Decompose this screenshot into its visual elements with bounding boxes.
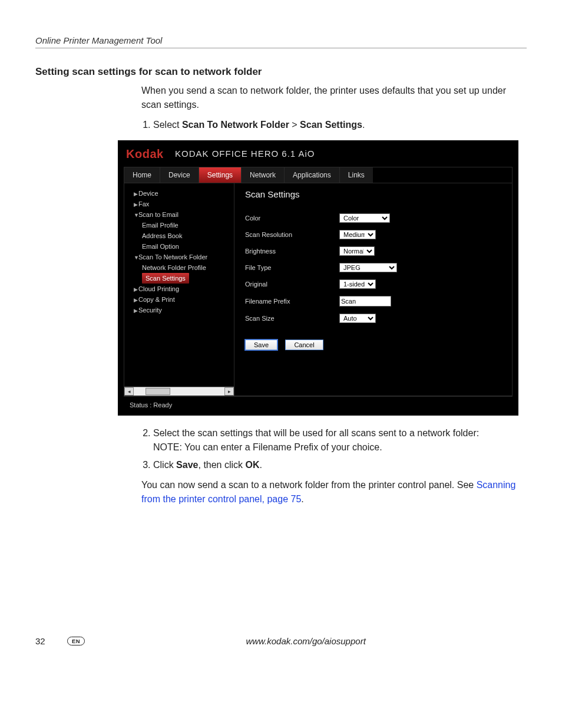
language-badge: EN <box>67 637 85 645</box>
label-prefix: Filename Prefix <box>245 298 339 305</box>
triangle-right-icon: ▶ <box>134 286 138 292</box>
triangle-right-icon: ▶ <box>134 308 138 314</box>
label-brightness: Brightness <box>245 248 339 255</box>
scroll-thumb[interactable] <box>146 388 170 395</box>
footer-url: www.kodak.com/go/aiosupport <box>85 636 527 646</box>
section-heading: Setting scan settings for scan to networ… <box>35 66 527 78</box>
sidebar-item-scan-settings[interactable]: Scan Settings <box>142 273 189 284</box>
sidebar-item-fax[interactable]: ▶Fax <box>130 199 230 209</box>
panel-title: Scan Settings <box>245 189 501 199</box>
label-color: Color <box>245 215 339 222</box>
sidebar-item-email-option[interactable]: Email Option <box>130 241 230 252</box>
sidebar-item-device[interactable]: ▶Device <box>130 188 230 199</box>
select-original[interactable]: 1-sided <box>339 279 376 289</box>
select-brightness[interactable]: Normal <box>339 246 375 256</box>
cancel-button[interactable]: Cancel <box>285 340 323 350</box>
label-filetype: File Type <box>245 264 339 271</box>
select-filetype[interactable]: JPEG <box>339 263 397 272</box>
sidebar-item-network-folder-profile[interactable]: Network Folder Profile <box>130 262 230 273</box>
sidebar-item-security[interactable]: ▶Security <box>130 305 230 315</box>
sidebar-item-scan-to-network-folder[interactable]: ▼Scan To Network Folder <box>130 252 230 262</box>
sidebar-scrollbar[interactable]: ◂ ▸ <box>124 387 234 396</box>
intro-paragraph: When you send a scan to network folder, … <box>141 84 527 112</box>
model-name: KODAK OFFICE HERO 6.1 AiO <box>175 149 315 159</box>
sidebar-item-scan-to-email[interactable]: ▼Scan to Email <box>130 209 230 220</box>
triangle-right-icon: ▶ <box>134 202 138 207</box>
triangle-right-icon: ▶ <box>134 191 138 197</box>
input-filename-prefix[interactable] <box>339 296 391 307</box>
closing-paragraph: You can now send a scan to a network fol… <box>141 478 527 506</box>
tab-applications[interactable]: Applications <box>285 167 340 183</box>
scroll-left-icon[interactable]: ◂ <box>124 387 134 396</box>
running-header: Online Printer Management Tool <box>35 35 527 48</box>
tab-links[interactable]: Links <box>340 167 373 183</box>
label-resolution: Scan Resolution <box>245 231 339 238</box>
step-2: Select the scan settings that will be us… <box>153 426 527 454</box>
triangle-down-icon: ▼ <box>134 212 138 218</box>
sidebar: ▶Device ▶Fax ▼Scan to Email Email Profil… <box>124 183 234 396</box>
status-bar: Status : Ready <box>124 396 513 416</box>
select-resolution[interactable]: Medium <box>339 230 376 239</box>
triangle-right-icon: ▶ <box>134 297 138 303</box>
page-number: 32 <box>35 636 65 646</box>
content-panel: Scan Settings Color Color Scan Resolutio… <box>234 183 512 396</box>
tab-network[interactable]: Network <box>242 167 285 183</box>
label-scan-size: Scan Size <box>245 315 339 322</box>
scroll-right-icon[interactable]: ▸ <box>224 387 234 396</box>
top-tabs: Home Device Settings Network Application… <box>124 167 513 183</box>
screenshot-header: Kodak KODAK OFFICE HERO 6.1 AiO <box>118 140 518 167</box>
tab-home[interactable]: Home <box>124 167 160 183</box>
save-button[interactable]: Save <box>245 340 277 350</box>
tab-settings[interactable]: Settings <box>199 167 242 183</box>
label-original: Original <box>245 281 339 288</box>
screenshot-printer-tool: Kodak KODAK OFFICE HERO 6.1 AiO Home Dev… <box>118 140 518 416</box>
step-1: Select Scan To Network Folder > Scan Set… <box>153 118 527 132</box>
sidebar-item-copy-print[interactable]: ▶Copy & Print <box>130 294 230 305</box>
select-color[interactable]: Color <box>339 213 390 223</box>
select-scan-size[interactable]: Auto <box>339 314 376 323</box>
sidebar-item-email-profile[interactable]: Email Profile <box>130 220 230 230</box>
tab-device[interactable]: Device <box>160 167 199 183</box>
sidebar-item-address-book[interactable]: Address Book <box>130 230 230 241</box>
brand-logo: Kodak <box>126 147 164 161</box>
triangle-down-icon: ▼ <box>134 255 138 261</box>
step-3: Click Save, then click OK. <box>153 458 527 472</box>
sidebar-item-cloud-printing[interactable]: ▶Cloud Printing <box>130 284 230 294</box>
